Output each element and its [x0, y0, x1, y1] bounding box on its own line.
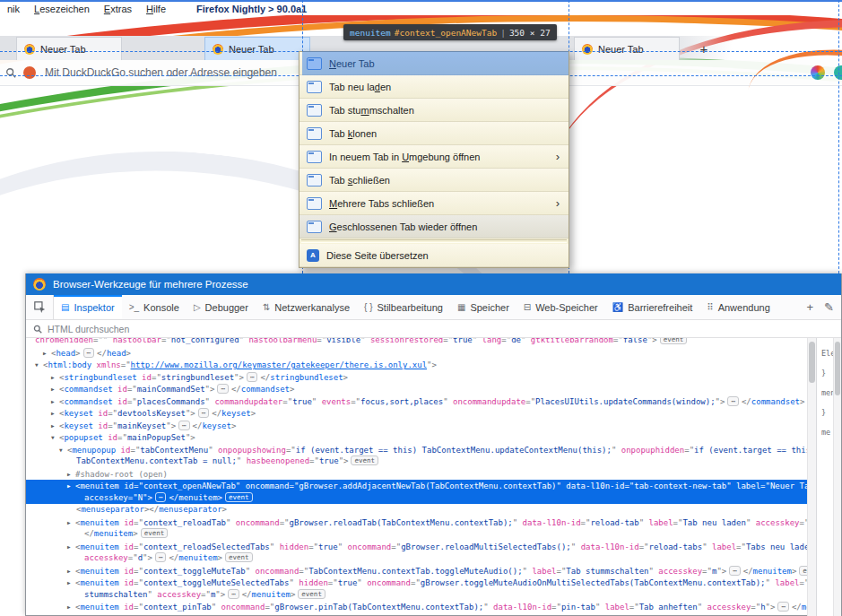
- devtools-tab-web-speicher[interactable]: ⊟Web-Speicher: [516, 295, 605, 319]
- markup-line[interactable]: stummschalten" accesskey="m">⋯</menuitem…: [26, 589, 807, 602]
- account-avatar-icon[interactable]: [834, 65, 842, 80]
- scrollbar-thumb[interactable]: [835, 342, 840, 395]
- markup-line[interactable]: ▶<commandset id="mainCommandSet">⋯</comm…: [26, 383, 807, 395]
- collapse-arrow-icon[interactable]: ▼: [35, 359, 43, 371]
- browser-tab-3[interactable]: Neuer Tab: [574, 37, 680, 60]
- event-badge[interactable]: event: [660, 338, 688, 344]
- inline-expander-badge[interactable]: ⋯: [83, 348, 95, 358]
- inline-expander-badge[interactable]: ⋯: [729, 566, 741, 576]
- markup-line[interactable]: ▶#shadow-root (open): [26, 468, 807, 481]
- markup-line[interactable]: ▶<menuitem id="context_reloadTab" oncomm…: [26, 516, 807, 529]
- expand-arrow-icon[interactable]: ▶: [43, 347, 51, 360]
- event-badge[interactable]: event: [225, 552, 253, 562]
- markup-line[interactable]: ▶<head>⋯</head>: [26, 347, 807, 360]
- markup-line[interactable]: ▶<keyset id="devtoolsKeyset">⋯</keyset>: [26, 407, 807, 420]
- markup-line[interactable]: ▶<menuitem id="context_toggleMuteTab" on…: [26, 565, 807, 577]
- browser-tab-1[interactable]: Neuer Tab: [16, 37, 122, 60]
- devtools-tab-konsole[interactable]: >_Konsole: [122, 295, 187, 319]
- devtools-tab-debugger[interactable]: ▷Debugger: [187, 295, 256, 319]
- markup-line[interactable]: ▶<menuitem id="context_toggleMuteSelecte…: [26, 577, 807, 589]
- event-badge[interactable]: event: [141, 528, 169, 538]
- expand-arrow-icon[interactable]: ▶: [51, 371, 59, 384]
- extension-color-wheel-icon[interactable]: [811, 65, 825, 80]
- devtools-tab-barrierefreiheit[interactable]: ♿Barrierefreiheit: [605, 295, 700, 319]
- expand-arrow-icon[interactable]: ▶: [51, 407, 59, 420]
- devtools-tab-inspektor[interactable]: ▤Inspektor: [54, 295, 122, 319]
- markup-line[interactable]: ▶<stringbundleset id="stringbundleset">⋯…: [26, 371, 807, 384]
- inline-expander-badge[interactable]: ⋯: [727, 396, 739, 406]
- inline-expander-badge[interactable]: ⋯: [155, 552, 167, 562]
- event-badge[interactable]: event: [225, 492, 253, 502]
- add-icon[interactable]: +: [807, 300, 814, 314]
- scrollbar-thumb[interactable]: [809, 342, 815, 383]
- context-menu-item-diese-seite-bersetzen[interactable]: ADiese Seite übersetzen: [299, 244, 569, 267]
- new-tab-button[interactable]: +: [693, 38, 715, 59]
- markup-line[interactable]: ▶<menuitem id="context_openANewTab" onco…: [26, 480, 807, 492]
- context-menu-item-tab-stummschalten[interactable]: Tab stummschalten: [299, 99, 569, 122]
- inline-expander-badge[interactable]: ⋯: [217, 384, 229, 394]
- browser-tab-2[interactable]: Neuer Tab: [204, 37, 310, 60]
- expand-arrow-icon[interactable]: ▶: [67, 480, 75, 492]
- markup-line[interactable]: TabContextMenu.contextTab = null;" hasbe…: [26, 455, 807, 468]
- markup-line[interactable]: ▶<keyset id="mainKeyset">⋯</keyset>: [26, 420, 807, 432]
- markup-line[interactable]: ▶<commandset id="placesCommands" command…: [26, 395, 807, 408]
- node-picker-button[interactable]: [26, 295, 54, 319]
- inline-expander-badge[interactable]: ⋯: [198, 408, 210, 418]
- markup-line[interactable]: </menuitem>event: [26, 528, 807, 541]
- context-menu-item-in-neuem-tab-in-umgebung-ffnen[interactable]: In neuem Tab in Umgebung öffnen›: [299, 145, 569, 169]
- markup-token: </: [792, 603, 802, 612]
- markup-line[interactable]: ▼<menupopup id="tabContextMenu" onpopups…: [26, 444, 807, 456]
- rules-scrollbar[interactable]: [833, 338, 841, 616]
- devtools-titlebar[interactable]: Browser-Werkzeuge für mehrere Prozesse: [26, 273, 841, 295]
- markup-search-bar[interactable]: HTML durchsuchen: [26, 320, 841, 338]
- edit-icon[interactable]: ✎: [824, 300, 834, 314]
- event-badge[interactable]: event: [799, 566, 807, 576]
- collapse-arrow-icon[interactable]: ▼: [51, 431, 59, 444]
- inline-expander-badge[interactable]: ⋯: [155, 492, 167, 502]
- devtools-tab-anwendung[interactable]: ⠿Anwendung: [699, 295, 777, 319]
- menubar-item-hilfe[interactable]: Hilfe: [139, 4, 173, 14]
- expand-arrow-icon[interactable]: ▶: [67, 516, 75, 529]
- menubar-item-extras[interactable]: Extras: [97, 4, 139, 14]
- expand-arrow-icon[interactable]: ▶: [67, 468, 75, 481]
- menubar-item-nik[interactable]: nik: [0, 4, 27, 14]
- event-badge[interactable]: event: [298, 589, 326, 599]
- markup-line[interactable]: ▶<menuitem id="context_pinTab" oncommand…: [26, 601, 807, 613]
- markup-line[interactable]: accesskey="N">⋯</menuitem>event: [26, 492, 807, 505]
- expand-arrow-icon[interactable]: ▶: [67, 565, 75, 577]
- markup-line[interactable]: ▼<popupset id="mainPopupSet">: [26, 431, 807, 444]
- devtools-tab-speicher[interactable]: ▦Speicher: [450, 295, 516, 319]
- devtools-tab-label: Inspektor: [74, 302, 114, 313]
- inline-expander-badge[interactable]: ⋯: [247, 372, 258, 382]
- devtools-tab-stilbearbeitung[interactable]: { }Stilbearbeitung: [357, 295, 450, 319]
- expand-arrow-icon[interactable]: ▶: [51, 383, 59, 395]
- markup-scrollbar[interactable]: [807, 338, 816, 616]
- collapse-arrow-icon[interactable]: ▼: [59, 444, 67, 456]
- inline-expander-badge[interactable]: ⋯: [777, 602, 789, 612]
- expand-arrow-icon[interactable]: ▶: [67, 577, 75, 589]
- expand-arrow-icon[interactable]: ▶: [67, 601, 75, 613]
- markup-line[interactable]: chromehidden="" hastoolbar="not_configur…: [26, 338, 807, 347]
- context-menu-item-mehrere-tabs-schlie-en[interactable]: Mehrere Tabs schließen›: [299, 192, 569, 215]
- context-menu-item-neuer-tab[interactable]: Neuer Tab: [299, 52, 569, 75]
- markup-line[interactable]: ▼<html:body xmlns="http://www.mozilla.or…: [26, 359, 807, 371]
- markup-token: hasbeenopened: [247, 456, 309, 465]
- expand-arrow-icon[interactable]: ▶: [51, 420, 59, 432]
- markup-line[interactable]: <menuseparator></menuseparator>: [26, 504, 807, 516]
- markup-line[interactable]: accesskey="d">⋯</menuitem>event: [26, 552, 807, 565]
- devtools-tab-netzwerkanalyse[interactable]: ⇅Netzwerkanalyse: [256, 295, 357, 319]
- context-menu-item-tab-neu-laden[interactable]: Tab neu laden: [299, 75, 569, 99]
- context-menu-item-tab-schlie-en[interactable]: Tab schließen: [299, 169, 569, 192]
- expand-arrow-icon[interactable]: ▶: [51, 395, 59, 408]
- inline-expander-badge[interactable]: ⋯: [228, 589, 239, 599]
- inline-expander-badge[interactable]: ⋯: [178, 421, 190, 430]
- infobar-tag: menuitem: [350, 28, 391, 38]
- expand-arrow-icon[interactable]: ▶: [67, 541, 75, 553]
- url-placeholder: Mit DuckDuckGo suchen oder Adresse einge…: [45, 66, 277, 79]
- menubar-item-lesezeichen[interactable]: Lesezeichen: [27, 4, 97, 14]
- markup-token: =": [309, 456, 319, 465]
- context-menu-item-geschlossenen-tab-wieder-ffnen[interactable]: Geschlossenen Tab wieder öffnen: [299, 215, 569, 239]
- markup-line[interactable]: ▶<menuitem id="context_reloadSelectedTab…: [26, 541, 807, 553]
- context-menu-item-tab-klonen[interactable]: Tab klonen: [299, 122, 569, 145]
- event-badge[interactable]: event: [351, 455, 378, 465]
